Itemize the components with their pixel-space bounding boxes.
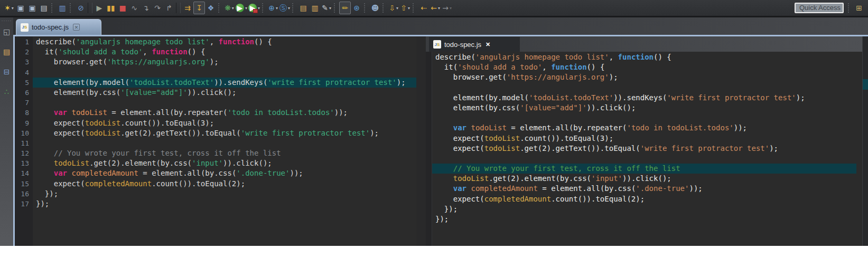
line-number[interactable]: 10 [15, 128, 29, 138]
annotation-ruler[interactable] [426, 52, 432, 246]
terminate-button[interactable]: ■ [117, 2, 128, 14]
code-line[interactable]: expect(todoList.get(2).getText()).toEqua… [33, 128, 416, 138]
code-line[interactable]: expect(todoList.count()).toEqual(3); [33, 118, 416, 128]
code-line[interactable]: describe('angularjs homepage todo list',… [33, 37, 416, 47]
code-line[interactable] [33, 68, 416, 78]
code-line[interactable]: expect(completedAmount.count()).toEqual(… [33, 179, 416, 189]
overview-ruler[interactable] [862, 36, 868, 246]
deploy-button[interactable]: ▥ [309, 2, 321, 14]
code-line[interactable]: var completedAmount = element.all(by.css… [432, 184, 856, 194]
code-line[interactable]: element(by.model('todoList.todoText')).s… [33, 78, 416, 88]
line-number[interactable]: 16 [15, 189, 29, 199]
code-line[interactable]: }); [432, 204, 856, 214]
code-line[interactable]: browser.get('https://angularjs.org'); [432, 72, 856, 82]
code-line[interactable]: var completedAmount = element.all(by.css… [33, 168, 416, 178]
quick-access-field[interactable]: Quick Access [795, 3, 844, 13]
line-number[interactable]: 8 [15, 108, 29, 118]
line-number[interactable]: 13 [15, 158, 29, 168]
print-button[interactable]: ▤ [38, 2, 50, 14]
import-archive-button[interactable]: ▤ [297, 2, 309, 14]
line-number[interactable]: 6 [15, 88, 29, 98]
resume-button[interactable]: ▶ [94, 2, 105, 14]
chevron-down-icon[interactable]: ▾ [408, 6, 410, 11]
new-web-project-button[interactable]: ⊕▾ [267, 2, 279, 14]
chevron-down-icon[interactable]: ▾ [258, 6, 260, 11]
back-button[interactable]: ←▾ [430, 2, 441, 14]
import-button[interactable]: ⇩▾ [388, 2, 399, 14]
code-line[interactable]: expect(completedAmount.count()).toEqual(… [432, 194, 856, 204]
line-number[interactable]: 14 [15, 168, 29, 178]
code-line[interactable]: it('should add a todo', function() { [432, 62, 856, 72]
export-button[interactable]: ⇧▾ [399, 2, 411, 14]
restore-view-button[interactable]: ◱ [2, 26, 12, 37]
code-line[interactable]: var todoList = element.all(by.repeater('… [432, 123, 856, 133]
close-icon[interactable]: ✕ [486, 41, 490, 48]
save-all-button[interactable]: ▣ [26, 2, 38, 14]
new-server-button[interactable]: Ⓢ▾ [279, 2, 291, 14]
chevron-down-icon[interactable]: ▾ [12, 6, 14, 11]
code-line[interactable] [33, 138, 416, 148]
line-number[interactable]: 11 [15, 138, 29, 148]
coverage-button[interactable]: ▶▾ [248, 2, 260, 14]
open-perspective-button[interactable]: ⊞ [853, 2, 865, 14]
line-number[interactable]: 7 [15, 98, 29, 108]
line-number-ruler[interactable]: 1234567891011121314151617 [15, 36, 33, 246]
chevron-down-icon[interactable]: ▾ [276, 6, 278, 11]
code-line[interactable]: element(by.css('[value="add"]')).click()… [432, 103, 856, 113]
save-button[interactable]: ▣ [15, 2, 26, 14]
suspend-button[interactable]: ▮▮ [105, 2, 117, 14]
line-number[interactable]: 2 [15, 47, 29, 57]
tab-todo-spec-left[interactable]: JS todo-spec.js ✕ [16, 19, 101, 35]
type-hierarchy-button[interactable]: ∴ [2, 86, 12, 98]
code-line[interactable]: element(by.model('todoList.todoText')).s… [432, 93, 856, 103]
code-area-left[interactable]: describe('angularjs homepage todo list',… [33, 36, 416, 246]
line-number[interactable]: 9 [15, 118, 29, 128]
code-line[interactable]: expect(todoList.get(2).getText()).toEqua… [432, 144, 856, 154]
chevron-down-icon[interactable]: ▾ [288, 6, 290, 11]
editor-pane-right[interactable]: JS todo-spec.js ✕ describe('angularjs ho… [426, 36, 868, 246]
code-area-right[interactable]: describe('angularjs homepage todo list',… [432, 52, 856, 246]
line-number[interactable]: 4 [15, 68, 29, 78]
code-line[interactable] [33, 98, 416, 108]
chevron-down-icon[interactable]: ▾ [438, 6, 440, 11]
code-line[interactable] [432, 83, 856, 93]
use-step-filters-button[interactable]: ⇉ [182, 2, 193, 14]
code-line[interactable]: todoList.get(2).element(by.css('input'))… [432, 174, 856, 184]
line-number[interactable]: 1 [15, 37, 29, 47]
line-number[interactable]: 17 [15, 199, 29, 209]
code-line[interactable]: // You wrote your first test, cross it o… [33, 148, 416, 158]
code-line[interactable]: describe('angularjs homepage todo list',… [432, 52, 856, 62]
code-line[interactable]: }); [33, 199, 416, 209]
code-line[interactable]: element(by.css('[value="add"]')).click()… [33, 88, 416, 98]
package-explorer-button[interactable]: ⊟ [2, 66, 12, 78]
line-number[interactable]: 3 [15, 57, 29, 67]
new-view-button[interactable]: ❖ [205, 2, 217, 14]
code-line[interactable]: browser.get('https://angularjs.org'); [33, 57, 416, 67]
drop-to-frame-button[interactable]: ↧ [193, 2, 205, 14]
line-number[interactable]: 5 [15, 78, 29, 88]
code-line[interactable]: // You wrote your first test, cross it o… [432, 164, 856, 174]
editor-pane-left[interactable]: 1234567891011121314151617 describe('angu… [13, 36, 416, 246]
skip-all-breakpoints-button[interactable]: ⊘ [75, 2, 87, 14]
tab-todo-spec-right[interactable]: JS todo-spec.js ✕ [429, 37, 520, 52]
code-line[interactable]: it('should add a todo', function() { [33, 47, 416, 57]
annotate-button[interactable]: ✎▾ [321, 2, 332, 14]
line-number[interactable]: 12 [15, 148, 29, 158]
new-button[interactable]: ✶▾ [3, 2, 15, 14]
code-line[interactable]: }); [33, 189, 416, 199]
debug-button[interactable]: ❋▾ [223, 2, 235, 14]
open-browser-button[interactable]: ⊛ [351, 2, 362, 14]
code-line[interactable] [432, 154, 856, 164]
mark-occurrences-button[interactable]: ✏ [339, 2, 351, 14]
chevron-down-icon[interactable]: ▾ [245, 6, 247, 11]
chevron-down-icon[interactable]: ▾ [232, 6, 234, 11]
code-line[interactable]: var todoList = element.all(by.repeater('… [33, 108, 416, 118]
project-explorer-button[interactable]: ▤ [2, 46, 12, 58]
chevron-down-icon[interactable]: ▾ [396, 6, 398, 11]
line-number[interactable]: 15 [15, 179, 29, 189]
chevron-down-icon[interactable]: ▾ [329, 6, 331, 11]
code-line[interactable]: todoList.get(2).element(by.css('input'))… [33, 158, 416, 168]
code-line[interactable] [432, 113, 856, 123]
code-line[interactable]: expect(todoList.count()).toEqual(3); [432, 133, 856, 144]
user-profile-button[interactable]: ☻ [369, 2, 381, 14]
